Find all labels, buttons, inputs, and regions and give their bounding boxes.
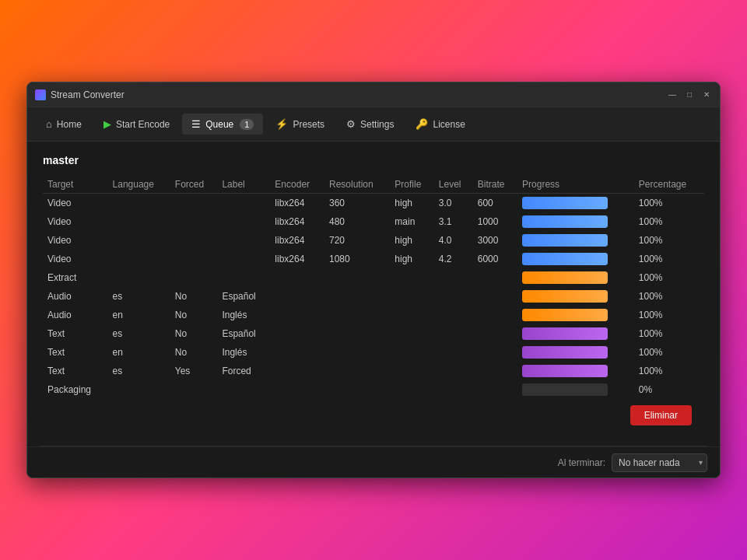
table-cell [434,306,473,324]
table-cell: 1080 [324,250,390,268]
table-cell [170,250,218,268]
table-cell: 3000 [473,231,517,250]
presets-button[interactable]: ⚡ Presets [266,114,334,135]
table-cell: Text [43,362,108,380]
settings-button[interactable]: ⚙ Settings [337,114,403,135]
table-cell [324,380,390,399]
table-cell: Audio [43,306,108,324]
table-cell: libx264 [270,194,324,213]
progress-bar-container [522,309,608,321]
progress-bar [522,309,608,321]
table-cell: 360 [324,194,390,213]
table-cell: 1000 [473,212,517,231]
table-row: Extract100% [43,268,704,287]
col-bitrate: Bitrate [473,176,517,194]
table-cell [170,231,218,250]
at-end-select[interactable]: No hacer nadaApagarSuspenderCerrar progr… [612,453,707,472]
table-cell: Text [43,343,108,362]
table-cell [270,324,324,343]
table-cell [434,380,473,399]
license-label: License [433,119,465,130]
presets-label: Presets [293,119,324,130]
table-cell [270,380,324,399]
home-icon: ⌂ [46,118,52,130]
progress-bar [522,346,608,359]
table-cell [108,268,170,287]
table-row: TextesNoEspañol100% [43,324,704,343]
col-level: Level [434,176,473,194]
col-profile: Profile [390,176,433,194]
table-cell: No [170,324,218,343]
table-cell: high [390,250,433,268]
table-row: Videolibx264360high3.0600100% [43,194,704,213]
table-cell [390,380,433,399]
start-encode-label: Start Encode [116,119,170,130]
table-cell: 3.1 [434,212,473,231]
table-cell [217,268,270,287]
table-cell: Text [43,324,108,343]
percentage-cell: 100% [634,268,704,287]
progress-bar [522,365,608,377]
close-button[interactable]: ✕ [701,89,712,100]
maximize-button[interactable]: □ [684,89,695,100]
app-title: Stream Converter [51,89,667,100]
play-icon: ▶ [103,118,111,130]
progress-bar-container [522,271,608,284]
table-cell [217,212,270,231]
table-cell [217,250,270,268]
home-button[interactable]: ⌂ Home [37,114,91,135]
progress-cell [517,306,634,324]
table-cell [270,306,324,324]
table-row: Videolibx2641080high4.26000100% [43,250,704,268]
col-percentage: Percentage [634,176,704,194]
table-cell [170,380,218,399]
table-cell [324,306,390,324]
percentage-cell: 100% [634,343,704,362]
table-cell: Español [217,324,270,343]
section-title: master [43,154,704,166]
table-cell: No [170,287,218,306]
settings-icon: ⚙ [346,118,356,130]
table-cell: 480 [324,212,390,231]
minimize-button[interactable]: — [667,89,678,100]
table-cell [170,212,218,231]
table-cell [324,343,390,362]
table-cell: main [390,212,433,231]
toolbar: ⌂ Home ▶ Start Encode ☰ Queue 1 ⚡ Preset… [27,107,720,142]
percentage-cell: 0% [634,380,704,399]
percentage-cell: 100% [634,362,704,380]
table-cell [390,343,433,362]
progress-bar-container [522,253,608,265]
table-cell [217,231,270,250]
eliminar-button[interactable]: Eliminar [630,405,692,425]
progress-cell [517,231,634,250]
table-cell [473,362,517,380]
progress-cell [517,287,634,306]
progress-bar [522,234,608,247]
queue-badge: 1 [240,119,254,130]
table-cell [434,287,473,306]
table-cell [108,250,170,268]
table-cell [390,306,433,324]
table-cell: 6000 [473,250,517,268]
progress-bar-container [522,346,608,359]
window-controls: — □ ✕ [667,89,712,100]
table-cell: Inglés [217,343,270,362]
table-cell [108,231,170,250]
start-encode-button[interactable]: ▶ Start Encode [94,114,179,135]
table-cell [434,324,473,343]
progress-bar [522,215,608,228]
table-cell [390,268,433,287]
percentage-cell: 100% [634,324,704,343]
queue-button[interactable]: ☰ Queue 1 [182,114,263,135]
table-cell: Forced [217,362,270,380]
table-cell [473,324,517,343]
table-cell: Video [43,250,108,268]
license-button[interactable]: 🔑 License [406,114,474,135]
table-cell [170,194,218,213]
table-cell [217,194,270,213]
table-cell: libx264 [270,231,324,250]
progress-cell [517,362,634,380]
percentage-cell: 100% [634,250,704,268]
table-row: Videolibx264480main3.11000100% [43,212,704,231]
